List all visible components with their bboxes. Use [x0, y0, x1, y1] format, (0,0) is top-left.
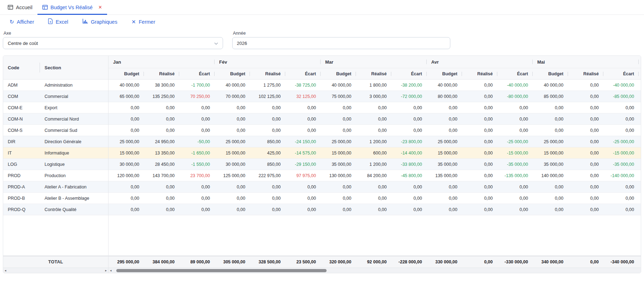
value-cell: 0,00 [250, 128, 285, 133]
value-cell: 0,00 [462, 173, 497, 178]
month-group-header[interactable]: Avr [427, 56, 533, 68]
annee-input[interactable] [232, 37, 450, 49]
value-cell: 0,00 [250, 117, 285, 122]
fermer-button[interactable]: ✕ Fermer [131, 19, 155, 25]
subcolumn-header[interactable]: Réalisé [568, 68, 603, 79]
excel-label: Excel [55, 19, 68, 25]
subcolumn-header[interactable]: Réalisé [144, 68, 179, 79]
tab-budget-vs-realise[interactable]: Budget Vs Réalisé ✕ [37, 0, 107, 14]
total-cell: 340 000,00 [533, 259, 568, 264]
subcolumn-header[interactable]: Réalisé [462, 68, 497, 79]
table-row[interactable]: 15 000,0013 350,00-1 650,0015 000,00425,… [109, 147, 641, 159]
row-section: Commercial Nord [40, 117, 108, 122]
tab-accueil[interactable]: Accueil [3, 0, 37, 14]
value-cell: -40 000,00 [603, 83, 639, 88]
table-row[interactable]: DIRDirection Générale [3, 136, 108, 147]
row-section: Direction Générale [40, 139, 108, 144]
table-row[interactable]: 30 000,0028 450,00-1 550,0030 000,00850,… [109, 159, 641, 170]
subcolumn-header[interactable]: Écart [603, 68, 639, 79]
value-cell: 0,00 [462, 94, 497, 99]
subcolumn-header[interactable]: Budget [533, 68, 568, 79]
month-group-header[interactable]: Mai [533, 56, 639, 68]
value-cell: 0,00 [179, 196, 215, 201]
value-cell: 0,00 [427, 196, 462, 201]
value-cell: 0,00 [462, 117, 497, 122]
table-row[interactable]: PROD-QContrôle Qualité [3, 204, 108, 215]
subcolumn-header[interactable]: Budget [215, 68, 250, 79]
table-row[interactable]: PRODProduction [3, 170, 108, 181]
table-row[interactable]: COM-NCommercial Nord [3, 113, 108, 125]
table-row[interactable]: 0,000,000,000,000,000,000,000,000,000,00… [109, 102, 641, 113]
value-cell: 0,00 [568, 151, 603, 156]
subcolumn-header[interactable]: Réalisé [250, 68, 285, 79]
row-section: Contrôle Qualité [40, 207, 108, 212]
value-cell: 35 000,00 [427, 162, 462, 167]
scroll-left-icon[interactable]: ◂ [3, 269, 8, 272]
value-cell: 0,00 [144, 117, 179, 122]
value-cell: 0,00 [356, 185, 391, 189]
subcolumn-header[interactable]: Écart [179, 68, 215, 79]
table-row[interactable]: 40 000,0038 300,00-1 700,0040 000,001 27… [109, 80, 641, 91]
scroll-right-icon[interactable]: ▸ [104, 269, 108, 272]
table-row[interactable]: COMCommercial [3, 91, 108, 102]
row-section: Informatique [40, 151, 108, 156]
excel-button[interactable]: x Excel [48, 18, 68, 25]
subcolumn-header[interactable]: Budget [321, 68, 356, 79]
table-row[interactable]: 0,000,000,000,000,000,000,000,000,000,00… [109, 204, 641, 215]
graphiques-button[interactable]: Graphiques [82, 19, 117, 25]
left-horizontal-scrollbar[interactable]: ◂ ▸ [3, 268, 108, 273]
subcolumn-header[interactable]: Réalisé [356, 68, 391, 79]
afficher-button[interactable]: ↻ Afficher [10, 19, 34, 25]
month-group-header[interactable]: Fév [215, 56, 321, 68]
value-cell: 75 000,00 [321, 94, 356, 99]
table-row[interactable]: 0,000,000,000,000,000,000,000,000,000,00… [109, 113, 641, 125]
value-cell: 0,00 [533, 185, 568, 189]
row-section: Export [40, 105, 108, 110]
table-row[interactable]: COM-SCommercial Sud [3, 125, 108, 136]
month-group-header[interactable]: Jan [109, 56, 215, 68]
table-row[interactable]: PROD-AAtelier A - Fabrication [3, 181, 108, 193]
scrollbar-thumb[interactable] [116, 269, 327, 272]
close-tab-icon[interactable]: ✕ [98, 5, 102, 10]
subcolumn-header[interactable]: Écart [391, 68, 427, 79]
value-cell: -1 700,00 [179, 83, 215, 88]
subcolumn-header[interactable]: Écart [285, 68, 321, 79]
code-column-header[interactable]: Code [3, 56, 40, 79]
total-cell: -340 000,00 [603, 259, 639, 264]
value-cell: 0,00 [603, 128, 639, 133]
values-horizontal-scrollbar[interactable]: ◂ [109, 268, 641, 273]
row-code: PROD-A [3, 185, 40, 189]
value-cell: 143 700,00 [144, 173, 179, 178]
table-row[interactable]: 25 000,0024 950,00-50,0025 000,00850,00-… [109, 136, 641, 147]
month-group-header[interactable]: Mar [321, 56, 427, 68]
table-row[interactable]: 65 000,00135 250,0070 250,0070 000,00102… [109, 91, 641, 102]
table-row[interactable]: 0,000,000,000,000,000,000,000,000,000,00… [109, 125, 641, 136]
value-cell: 0,00 [427, 185, 462, 189]
value-cell: 0,00 [250, 207, 285, 212]
scroll-left-icon[interactable]: ◂ [109, 269, 113, 272]
total-cell: -228 000,00 [391, 259, 427, 264]
row-code: IT [3, 151, 40, 156]
value-cell: 0,00 [497, 128, 533, 133]
value-cell: 13 350,00 [144, 151, 179, 156]
table-row[interactable]: 0,000,000,000,000,000,000,000,000,000,00… [109, 193, 641, 204]
subcolumn-header[interactable]: Écart [497, 68, 533, 79]
axe-select[interactable]: Centre de coût [3, 37, 223, 49]
table-row[interactable]: ITInformatique [3, 147, 108, 159]
value-cell: -135 000,00 [497, 173, 533, 178]
section-column-header[interactable]: Section [40, 65, 108, 70]
value-cell: 0,00 [497, 117, 533, 122]
table-row[interactable]: 0,000,000,000,000,000,000,000,000,000,00… [109, 181, 641, 193]
table-row[interactable]: LOGLogistique [3, 159, 108, 170]
value-cell: -1 550,00 [179, 162, 215, 167]
subcolumn-header[interactable]: Budget [427, 68, 462, 79]
subcolumn-header[interactable]: Budget [109, 68, 144, 79]
value-cell: 0,00 [321, 196, 356, 201]
table-row[interactable]: ADMAdministration [3, 80, 108, 91]
value-cell: 0,00 [462, 139, 497, 144]
value-cell: -23 800,00 [391, 139, 427, 144]
table-row[interactable]: 120 000,00143 700,0023 700,00125 000,002… [109, 170, 641, 181]
table-row[interactable]: PROD-BAtelier B - Assemblage [3, 193, 108, 204]
row-section: Administration [40, 83, 108, 88]
table-row[interactable]: COM-EExport [3, 102, 108, 113]
